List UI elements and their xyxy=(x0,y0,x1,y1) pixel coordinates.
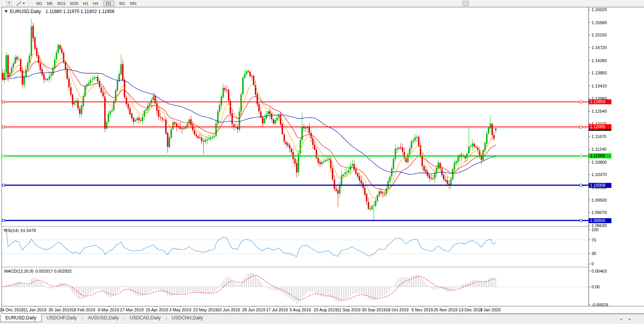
line-handle[interactable] xyxy=(580,155,582,157)
axis-tick xyxy=(277,306,277,307)
axis-tick xyxy=(588,162,590,162)
timeframe-button-m5[interactable]: M5 xyxy=(44,1,55,6)
axis-tick xyxy=(157,306,157,307)
price-axis-label: 1.14280 xyxy=(592,58,607,63)
line-handle[interactable] xyxy=(580,101,582,103)
axis-tick xyxy=(108,306,109,307)
rsi-line xyxy=(3,230,496,257)
rsi-axis-label: 30 xyxy=(592,251,596,256)
axis-tick xyxy=(588,212,590,213)
text-tool-icon: T xyxy=(7,1,12,6)
price-axis-label: 1.09070 xyxy=(592,210,607,215)
chevron-down-icon xyxy=(23,3,25,4)
line-price-label: 1.12005 xyxy=(589,124,611,129)
axis-tick xyxy=(588,225,590,226)
rsi-axis-label: 100 xyxy=(592,227,598,232)
axis-tick xyxy=(229,306,229,307)
axis-tick xyxy=(254,306,254,307)
line-handle[interactable] xyxy=(2,155,5,157)
axis-tick xyxy=(60,306,61,307)
toolbar-grip[interactable] xyxy=(31,1,33,6)
timeframe-button-h4[interactable]: H4 xyxy=(91,1,101,6)
price-axis-label: 1.14720 xyxy=(592,45,607,50)
timeframe-button-mn[interactable]: MN xyxy=(128,1,139,6)
line-handle[interactable] xyxy=(580,219,582,222)
price-axis-label: 1.12540 xyxy=(592,109,607,113)
axis-tick xyxy=(374,306,374,307)
line-price-label: 1.08800 xyxy=(589,218,611,223)
price-axis-label: 1.11240 xyxy=(592,147,606,151)
cursor-tool-button[interactable] xyxy=(14,1,27,6)
tab-usdcad[interactable]: USDCAD,Daily xyxy=(125,314,166,322)
axis-tick xyxy=(588,253,590,254)
price-axis-label: 1.15150 xyxy=(592,33,607,37)
macd-name: MACD(12,26,9) xyxy=(4,269,33,273)
ma-medium-line xyxy=(3,61,496,190)
axis-tick xyxy=(470,306,471,307)
axis-tick xyxy=(588,149,590,150)
window-border-bottom xyxy=(2,313,644,314)
line-handle[interactable] xyxy=(2,126,5,128)
tab-eurusd[interactable]: EURUSD,Daily xyxy=(0,314,42,322)
timeframe-button-h1[interactable]: H1 xyxy=(80,1,90,6)
axis-tick xyxy=(588,111,590,112)
toolbar: T M1M5M15M30H1H4D1W1MN xyxy=(0,0,644,7)
rsi-label: RSI(14)61.5478 xyxy=(4,228,38,233)
tab-usdcnh[interactable]: USDCNH,Daily xyxy=(167,314,208,322)
price-axis-label: 1.16020 xyxy=(592,7,607,12)
rsi-axis-label: 0 xyxy=(592,262,594,266)
candlestick-series xyxy=(2,19,497,220)
timeframe-button-m15[interactable]: M15 xyxy=(55,1,68,6)
axis-tick xyxy=(397,306,398,307)
tab-scroll-right-icon[interactable]: ▸ xyxy=(629,317,638,321)
toolbar-separator xyxy=(28,1,29,6)
rsi-value: 61.5478 xyxy=(21,228,36,233)
tab-scroll-arrows: ◂▸ xyxy=(620,317,638,322)
axis-tick xyxy=(588,73,590,73)
timeframe-button-w1[interactable]: W1 xyxy=(117,1,128,6)
timeframe-button-m1[interactable]: M1 xyxy=(34,1,44,6)
toolbar-separator xyxy=(102,1,102,6)
rsi-axis-label: 70 xyxy=(592,238,596,242)
tab-scroll-left-icon[interactable]: ◂ xyxy=(620,317,629,321)
rsi-panel[interactable] xyxy=(2,227,588,267)
axis-tick xyxy=(325,306,326,307)
timeframe-button-group: M1M5M15M30H1H4D1W1MN xyxy=(34,1,139,6)
axis-tick xyxy=(205,306,206,307)
symbol-period-label: EURUSD,Daily xyxy=(10,9,41,14)
axis-tick xyxy=(446,306,446,307)
main-price-chart[interactable] xyxy=(2,7,588,226)
macd-axis-label: 0.00463 xyxy=(592,269,607,273)
price-axis-label: 1.13850 xyxy=(592,71,607,75)
price-axis-label: 1.09500 xyxy=(592,198,607,202)
toolbar-separator xyxy=(115,1,116,6)
tab-usdchf[interactable]: USDCHF,Daily xyxy=(42,314,82,322)
axis-tick xyxy=(588,287,590,287)
price-axis-label: 1.10370 xyxy=(592,172,607,177)
macd-values: 0.002917 0.002832 xyxy=(35,269,72,273)
line-handle[interactable] xyxy=(2,101,5,103)
axis-tick xyxy=(588,230,590,230)
timeframe-button-d1[interactable]: D1 xyxy=(103,1,114,6)
toolbar-grip[interactable] xyxy=(2,1,3,6)
line-handle[interactable] xyxy=(580,184,582,186)
axis-tick xyxy=(588,200,590,200)
line-price-label: 1.10008 xyxy=(589,183,611,188)
macd-panel[interactable] xyxy=(2,268,588,306)
line-handle[interactable] xyxy=(2,219,5,222)
axis-tick xyxy=(588,60,590,61)
toolbar-fragment[interactable] xyxy=(462,1,469,6)
triangle-down-icon[interactable] xyxy=(5,10,8,13)
line-handle[interactable] xyxy=(2,184,5,186)
tab-audusd[interactable]: AUDUSD,Daily xyxy=(83,314,124,322)
price-axis-label: 1.13410 xyxy=(592,84,607,88)
axis-tick xyxy=(84,306,84,307)
timeframe-button-m30[interactable]: M30 xyxy=(68,1,80,6)
text-tool-button[interactable]: T xyxy=(4,1,14,6)
line-handle[interactable] xyxy=(580,126,582,128)
line-price-label: 1.12859 xyxy=(589,99,611,104)
price-axis-label: 1.11670 xyxy=(592,134,606,139)
mt4-window: T M1M5M15M30H1H4D1W1MN EURUSD,Daily 1.11… xyxy=(0,0,644,324)
axis-tick xyxy=(588,35,590,35)
axis-tick xyxy=(35,306,35,307)
